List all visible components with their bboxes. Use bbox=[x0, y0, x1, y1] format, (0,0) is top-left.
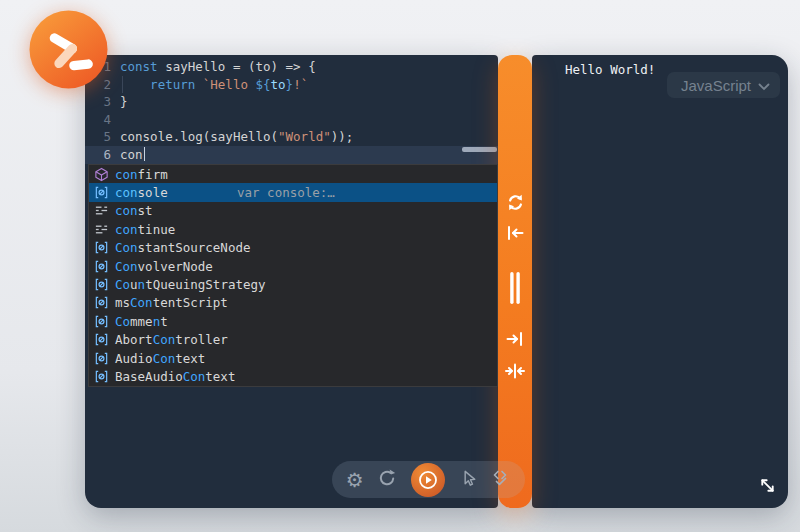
suggestion-item[interactable]: ConstantSourceNode bbox=[89, 239, 497, 257]
variable-icon bbox=[93, 313, 109, 329]
code-text: console.log(sayHello("World")); bbox=[120, 128, 353, 146]
collapse-left-button[interactable] bbox=[504, 223, 526, 245]
resize-diagonal-icon bbox=[755, 486, 780, 501]
reset-split-icon bbox=[505, 361, 525, 384]
suggestion-label: Comment bbox=[115, 314, 168, 329]
cursor-mode-button[interactable] bbox=[459, 469, 478, 491]
code-text: return `Hello ${to}!` bbox=[120, 76, 308, 94]
variable-icon bbox=[93, 295, 109, 311]
suggestion-item[interactable]: const bbox=[89, 202, 497, 220]
collapse-left-icon bbox=[505, 223, 525, 246]
suggestion-label: AbortController bbox=[115, 332, 228, 347]
variable-icon bbox=[93, 350, 109, 366]
suggestion-label: const bbox=[115, 203, 153, 218]
line-number: 6 bbox=[85, 146, 111, 164]
suggestion-detail: var console:… bbox=[237, 185, 335, 200]
code-line[interactable]: 2 return `Hello ${to}!` bbox=[85, 76, 498, 94]
settings-button[interactable]: ⚙ bbox=[346, 470, 364, 490]
variable-icon bbox=[93, 185, 109, 201]
method-icon bbox=[93, 166, 109, 182]
run-button[interactable] bbox=[411, 463, 445, 497]
code-line[interactable]: 5console.log(sayHello("World")); bbox=[85, 128, 498, 146]
split-divider[interactable] bbox=[498, 55, 532, 508]
rerun-button[interactable] bbox=[377, 468, 397, 491]
variable-icon bbox=[93, 277, 109, 293]
suggestion-label: ConstantSourceNode bbox=[115, 240, 250, 255]
terminal-prompt-icon bbox=[29, 75, 108, 92]
reset-split-button[interactable] bbox=[504, 361, 526, 383]
sync-icon bbox=[505, 192, 526, 216]
suggestion-label: AudioContext bbox=[115, 351, 205, 366]
console-output: Hello World! bbox=[565, 62, 655, 77]
suggestion-item[interactable]: msContentScript bbox=[89, 294, 497, 312]
variable-icon bbox=[93, 332, 109, 348]
drag-handle-icon bbox=[505, 270, 525, 309]
suggestion-label: msContentScript bbox=[115, 295, 228, 310]
refresh-icon bbox=[377, 468, 397, 491]
variable-icon bbox=[93, 258, 109, 274]
code-text: } bbox=[120, 93, 128, 111]
scrollbar-thumb[interactable] bbox=[462, 147, 497, 152]
playground-app: 1const sayHello = (to) => {2 return `Hel… bbox=[0, 0, 800, 532]
suggestion-item[interactable]: continue bbox=[89, 220, 497, 238]
suggestion-label: BaseAudioContext bbox=[115, 369, 235, 384]
suggestion-item[interactable]: CountQueuingStrategy bbox=[89, 275, 497, 293]
expand-panel-button[interactable] bbox=[755, 473, 780, 501]
play-icon bbox=[411, 463, 445, 497]
suggestion-item[interactable]: consolevar console:… bbox=[89, 183, 497, 201]
keyword-icon bbox=[93, 203, 109, 219]
code-check-icon bbox=[491, 468, 511, 491]
language-label: JavaScript bbox=[681, 77, 751, 94]
code-line[interactable]: 3} bbox=[85, 93, 498, 111]
app-logo[interactable] bbox=[29, 10, 108, 89]
collapse-right-button[interactable] bbox=[504, 329, 526, 351]
keyword-icon bbox=[93, 221, 109, 237]
code-line[interactable]: 6con bbox=[85, 146, 498, 164]
run-toolbar: ⚙ bbox=[332, 461, 525, 498]
code-editor[interactable]: 1const sayHello = (to) => {2 return `Hel… bbox=[85, 58, 498, 164]
code-text: const sayHello = (to) => { bbox=[120, 58, 316, 76]
collapse-right-icon bbox=[505, 329, 525, 352]
suggestion-label: console bbox=[115, 185, 168, 200]
text-cursor bbox=[144, 147, 146, 161]
suggestion-list: confirmconsolevar console:…constcontinue… bbox=[89, 165, 497, 386]
suggestion-item[interactable]: BaseAudioContext bbox=[89, 367, 497, 385]
line-number: 3 bbox=[85, 93, 111, 111]
language-selector[interactable]: JavaScript bbox=[667, 72, 780, 98]
code-text: con bbox=[120, 146, 145, 164]
gear-icon: ⚙ bbox=[346, 470, 364, 490]
drag-handle[interactable] bbox=[504, 271, 526, 307]
suggestion-label: ConvolverNode bbox=[115, 259, 213, 274]
code-line[interactable]: 1const sayHello = (to) => { bbox=[85, 58, 498, 76]
suggestion-item[interactable]: ConvolverNode bbox=[89, 257, 497, 275]
suggestion-item[interactable]: confirm bbox=[89, 165, 497, 183]
chevron-down-icon bbox=[758, 77, 770, 94]
mouse-pointer-icon bbox=[459, 469, 478, 491]
suggestion-item[interactable]: AbortController bbox=[89, 331, 497, 349]
suggestion-item[interactable]: Comment bbox=[89, 312, 497, 330]
suggestion-item[interactable]: AudioContext bbox=[89, 349, 497, 367]
suggestion-label: CountQueuingStrategy bbox=[115, 277, 266, 292]
code-line[interactable]: 4 bbox=[85, 111, 498, 129]
console-panel: Hello World! JavaScript bbox=[532, 55, 788, 508]
suggestion-label: confirm bbox=[115, 167, 168, 182]
code-lines: 1const sayHello = (to) => {2 return `Hel… bbox=[85, 58, 498, 164]
format-code-button[interactable] bbox=[491, 468, 511, 491]
suggestion-label: continue bbox=[115, 222, 175, 237]
autocomplete-popup: confirmconsolevar console:…constcontinue… bbox=[88, 164, 498, 387]
line-number: 4 bbox=[85, 111, 111, 129]
swap-panels-button[interactable] bbox=[504, 193, 526, 215]
variable-icon bbox=[93, 240, 109, 256]
indent-guide bbox=[122, 76, 123, 94]
variable-icon bbox=[93, 368, 109, 384]
line-number: 5 bbox=[85, 128, 111, 146]
